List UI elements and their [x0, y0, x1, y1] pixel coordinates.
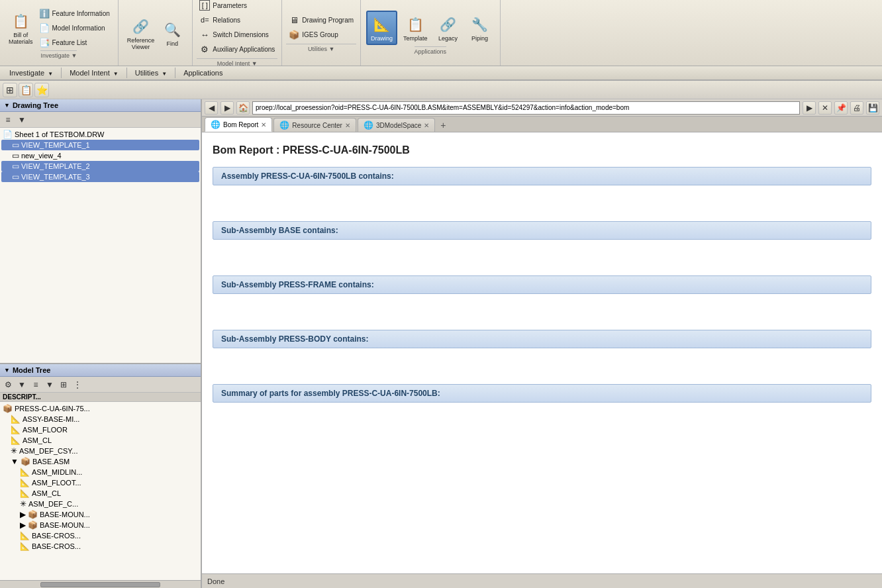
tree-item-assy-base[interactable]: 📐 ASSY-BASE-MI...: [1, 414, 199, 424]
feature-information-button[interactable]: ℹ️ Feature Information: [36, 7, 113, 20]
tree-item-base-cros-1[interactable]: 📐 BASE-CROS...: [1, 530, 199, 541]
drawing-program-icon: 🖥: [289, 15, 299, 25]
menu-sep-2: [126, 68, 127, 78]
model-tree-panel: ▼ Model Tree ⚙ ▼ ≡ ▼ ⊞ ⋮ DESCRIPT... 📦 P…: [0, 363, 201, 588]
address-input[interactable]: [252, 101, 800, 115]
clipboard-button[interactable]: 📋: [19, 83, 33, 97]
main-layout: ▼ Drawing Tree ≡ ▼ 📄 Sheet 1 of TESTBOM.…: [0, 99, 882, 588]
tree-item-view-template-2[interactable]: ▭ VIEW_TEMPLATE_2: [1, 161, 199, 172]
find-button[interactable]: 🔍 Find: [158, 17, 187, 49]
tree-item-asm-midlin[interactable]: 📐 ASM_MIDLIN...: [1, 467, 199, 477]
bookmark-button[interactable]: 📌: [834, 101, 848, 115]
view-template-1-icon: ▭: [12, 140, 19, 150]
tree-item-base-moun-2[interactable]: ▶ 📦 BASE-MOUN...: [1, 520, 199, 530]
model-tree-columns[interactable]: ▼: [15, 378, 28, 391]
save-button[interactable]: 💾: [866, 101, 879, 115]
press-asm-icon: 📦: [3, 404, 13, 413]
template-button[interactable]: 📋 Template: [400, 12, 431, 44]
print-button[interactable]: 🖨: [850, 101, 863, 115]
view-template-3-icon: ▭: [12, 172, 19, 181]
tab-resource-center[interactable]: 🌐 Resource Center ✕: [273, 118, 356, 132]
tree-item-view-template-3[interactable]: ▭ VIEW_TEMPLATE_3: [1, 172, 199, 182]
parameters-button[interactable]: [ ] Parameters: [197, 0, 277, 12]
drawing-tree-options-button[interactable]: ≡: [1, 113, 15, 126]
tree-item-asm-floor[interactable]: 📐 ASM_FLOOR: [1, 424, 199, 435]
model-information-button[interactable]: 📄 Model Information: [36, 21, 113, 34]
auxiliary-applications-button[interactable]: ⚙ Auxiliary Applications: [197, 42, 277, 56]
tab-3dmodelspace[interactable]: 🌐 3DModelSpace ✕: [358, 118, 435, 132]
model-tree-scrollbar[interactable]: [0, 580, 201, 588]
base-moun-1-expand[interactable]: ▶: [20, 510, 26, 519]
feature-list-button[interactable]: 📑 Feature List: [36, 36, 113, 49]
base-asm-icon: 📦: [21, 457, 30, 466]
sheet-icon: 📄: [3, 130, 13, 139]
home-button[interactable]: 🏠: [236, 101, 250, 115]
tree-item-sheet1[interactable]: 📄 Sheet 1 of TESTBOM.DRW: [1, 129, 199, 140]
model-tree-filter-dropdown[interactable]: ▼: [43, 378, 56, 391]
model-tree-expand[interactable]: ⋮: [71, 378, 84, 391]
forward-button[interactable]: ▶: [220, 101, 234, 115]
tab-bom-report[interactable]: 🌐 Bom Report ✕: [205, 117, 272, 132]
resource-tab-icon: 🌐: [279, 121, 289, 130]
tree-item-new-view-4[interactable]: ▭ new_view_4: [1, 150, 199, 161]
tree-item-base-asm[interactable]: ▼ 📦 BASE.ASM: [1, 456, 199, 467]
tree-item-asm-floot[interactable]: 📐 ASM_FLOOT...: [1, 477, 199, 488]
stop-button[interactable]: ✕: [818, 101, 832, 115]
asm-cl-2-icon: 📐: [20, 489, 30, 498]
status-bar: Done: [202, 573, 882, 588]
tree-item-asm-def-csy[interactable]: ✳ ASM_DEF_CSY...: [1, 446, 199, 456]
star-button[interactable]: ⭐: [34, 83, 49, 97]
feature-list-icon: 📑: [39, 37, 50, 48]
tree-item-base-cros-2[interactable]: 📐 BASE-CROS...: [1, 541, 199, 552]
utilities-menu[interactable]: Utilities ▼: [128, 68, 173, 78]
reference-viewer-button[interactable]: 🔗 ReferenceViewer: [124, 14, 158, 52]
bom-section-1: Sub-Assembly BASE contains:: [213, 221, 871, 240]
tree-item-press-asm[interactable]: 📦 PRESS-C-UA-6IN-75...: [1, 403, 199, 414]
model-intent-menu[interactable]: Model Intent ▼: [63, 68, 125, 78]
applications-menu[interactable]: Applications: [177, 68, 229, 78]
tree-item-asm-cl[interactable]: 📐 ASM_CL: [1, 435, 199, 446]
drawing-app-button[interactable]: 📐 Drawing: [366, 11, 397, 45]
base-asm-collapse[interactable]: ▼: [11, 457, 19, 466]
bom-spacer-4: [213, 405, 871, 438]
model-tree-toggle[interactable]: ▼: [4, 367, 10, 373]
3d-tab-close[interactable]: ✕: [424, 122, 429, 129]
feature-info-icon: ℹ️: [39, 8, 50, 19]
left-panel: ▼ Drawing Tree ≡ ▼ 📄 Sheet 1 of TESTBOM.…: [0, 99, 202, 588]
tree-item-view-template-1[interactable]: ▭ VIEW_TEMPLATE_1: [1, 140, 199, 150]
switch-dimensions-icon: ↔: [199, 29, 210, 40]
tree-item-base-moun-1[interactable]: ▶ 📦 BASE-MOUN...: [1, 509, 199, 520]
legacy-button[interactable]: 🔗 Legacy: [434, 12, 463, 44]
iges-group-button[interactable]: 📦 IGES Group: [286, 28, 356, 41]
menubar: Investigate ▼ Model Intent ▼ Utilities ▼…: [0, 66, 882, 81]
drawing-program-button[interactable]: 🖥 Drawing Program: [286, 13, 356, 26]
add-tab-button[interactable]: +: [436, 119, 450, 132]
drawing-tree-toggle[interactable]: ▼: [4, 102, 10, 109]
grid-view-button[interactable]: ⊞: [3, 83, 17, 97]
relations-button[interactable]: d= Relations: [197, 13, 277, 26]
bom-spacer-3: [213, 351, 871, 384]
bom-section-2: Sub-Assembly PRESS-FRAME contains:: [213, 275, 871, 294]
model-tree-settings[interactable]: ⚙: [1, 378, 15, 391]
piping-icon: 🔧: [469, 14, 491, 35]
bom-tab-close[interactable]: ✕: [261, 121, 266, 128]
new-view-icon: ▭: [12, 151, 19, 160]
resource-tab-close[interactable]: ✕: [345, 122, 350, 129]
bom-section-0: Assembly PRESS-C-UA-6IN-7500LB contains:: [213, 167, 871, 185]
base-moun-2-expand[interactable]: ▶: [20, 520, 26, 530]
bill-of-materials-button[interactable]: 📋 Bill of Materials: [5, 9, 36, 47]
piping-button[interactable]: 🔧 Piping: [466, 12, 495, 44]
utilities-group: 🖥 Drawing Program 📦 IGES Group Utilities…: [282, 0, 361, 66]
model-tree-view[interactable]: ⊞: [57, 378, 70, 391]
parameters-icon: [ ]: [199, 0, 210, 11]
base-moun-2-icon: 📦: [28, 520, 38, 530]
model-tree-filter[interactable]: ≡: [29, 378, 42, 391]
go-button[interactable]: ▶: [803, 101, 816, 115]
back-button[interactable]: ◀: [205, 101, 218, 115]
bom-spacer-0: [213, 188, 871, 221]
investigate-menu[interactable]: Investigate ▼: [3, 68, 60, 78]
tree-item-asm-cl-2[interactable]: 📐 ASM_CL: [1, 488, 199, 499]
drawing-tree-dropdown[interactable]: ▼: [15, 113, 28, 126]
tree-item-asm-def-c[interactable]: ✳ ASM_DEF_C...: [1, 499, 199, 509]
switch-dimensions-button[interactable]: ↔ Switch Dimensions: [197, 28, 277, 41]
